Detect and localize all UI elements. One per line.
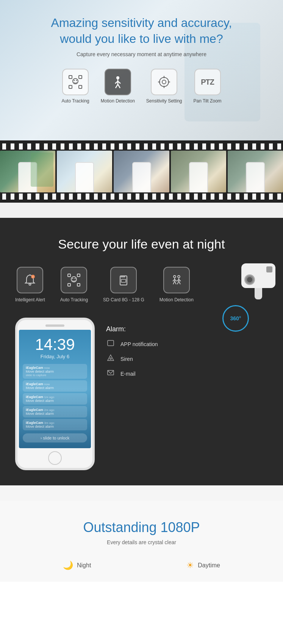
alarm-item-email: E-mail — [106, 369, 268, 378]
svg-line-46 — [177, 281, 179, 284]
phone-home-button — [48, 451, 62, 465]
filmstrip-images — [0, 151, 283, 192]
alarm-siren-label: Siren — [120, 356, 133, 362]
face-track-icon — [69, 75, 82, 89]
motion-person-icon — [111, 75, 125, 89]
motion-people-icon — [170, 274, 183, 287]
daytime-mode-item: ☀ Daytime — [186, 561, 220, 570]
notification-5: iEagleCam 3m ago Move detect alarm — [23, 419, 87, 430]
filmstrip-section — [0, 140, 283, 203]
phone-overlay-2 — [75, 162, 94, 192]
notif-app-3: iEagleCam 1m ago — [26, 395, 84, 399]
phone-date: Friday, July 6 — [23, 354, 87, 359]
svg-text:!: ! — [33, 276, 33, 278]
svg-line-47 — [179, 281, 180, 284]
spacer-2 — [0, 485, 283, 501]
svg-point-36 — [174, 276, 176, 278]
feature-auto-tracking: Auto Tracking — [61, 69, 89, 104]
notif-app-5: iEagleCam 3m ago — [26, 421, 84, 425]
svg-line-11 — [116, 84, 118, 88]
filmstrip-cell-4 — [171, 151, 226, 192]
circle-360-badge: 360° — [222, 305, 249, 332]
target-icon — [157, 75, 171, 89]
phone-slider-text: › slide to unlock — [41, 436, 69, 440]
filmstrip-cell-5 — [228, 151, 283, 192]
phone-mockup: 14:39 Friday, July 6 iEagleCam now Move … — [15, 318, 95, 470]
ptz-label: Pan Tilt Zoom — [194, 98, 222, 104]
night-section: Secure your life even at night 360° ! — [0, 218, 283, 485]
phone-overlay-3 — [132, 162, 151, 192]
svg-rect-23 — [68, 274, 70, 277]
bell-alert-icon: ! — [23, 274, 36, 287]
svg-point-42 — [178, 276, 180, 278]
svg-point-14 — [162, 80, 166, 84]
sensitivity-label: Sensitivity Setting — [146, 98, 182, 104]
svg-point-7 — [116, 76, 119, 79]
night-feature-alert: ! Intelligent Alert — [15, 267, 45, 302]
daytime-mode-label: Daytime — [198, 562, 220, 569]
notification-2: iEagleCam now Move detect alarm — [23, 380, 87, 392]
ptz-text-icon: PTZ — [201, 78, 214, 87]
notif-text-2: Move detect alarm — [26, 386, 84, 390]
filmstrip-cell-3 — [114, 151, 169, 192]
filmstrip-cell-1 — [0, 151, 55, 192]
svg-point-50 — [110, 358, 111, 359]
night-feature-tracking: Auto Tracking — [60, 267, 88, 302]
night-features-grid: ! Intelligent Alert Auto Tracking — [15, 267, 268, 302]
auto-tracking-label: Auto Tracking — [61, 98, 89, 104]
night-mode-label: Night — [77, 562, 91, 569]
notif-app-2: iEagleCam now — [26, 382, 84, 386]
phone-overlay-5 — [246, 162, 265, 192]
night-feature-motion: Motion Detection — [159, 267, 194, 302]
day-night-row: 🌙 Night ☀ Daytime — [15, 561, 268, 570]
notif-text-4: Move detect alarm — [26, 412, 84, 416]
hero-subtitle: Capture every necessary moment at anytim… — [8, 51, 275, 57]
svg-line-12 — [118, 84, 120, 88]
intelligent-alert-icon-box: ! — [17, 267, 43, 293]
camera-lens — [244, 274, 255, 285]
alarm-item-app: APP notification — [106, 339, 268, 349]
camera-mount — [255, 288, 262, 299]
night-motion-icon-box — [163, 267, 190, 293]
phone-alarm-section: 14:39 Friday, July 6 iEagleCam now Move … — [15, 318, 268, 470]
svg-rect-24 — [77, 274, 80, 277]
svg-point-28 — [72, 278, 73, 279]
night-face-track-icon — [67, 274, 80, 287]
sensitivity-icon-box — [151, 69, 177, 95]
resolution-title: Outstanding 1080P — [15, 520, 268, 535]
alarm-app-label: APP notification — [120, 341, 158, 347]
phone-overlay-4 — [189, 162, 208, 192]
email-icon — [106, 369, 115, 378]
resolution-section: Outstanding 1080P Every details are crys… — [0, 501, 283, 582]
night-feature-sdcard: SD Card 8G - 128 G — [103, 267, 144, 302]
resolution-subtitle: Every details are crystal clear — [15, 539, 268, 545]
app-notification-icon — [106, 339, 115, 349]
notif-app-1: iEagleCam now — [26, 366, 84, 370]
night-motion-label: Motion Detection — [159, 297, 194, 302]
svg-point-5 — [74, 80, 75, 81]
night-section-title: Secure your life even at night — [15, 237, 268, 252]
camera-decoration — [241, 263, 275, 299]
feature-sensitivity: Sensitivity Setting — [146, 69, 182, 104]
svg-rect-1 — [79, 76, 82, 79]
hero-section: Amazing sensitivity and accuracy, would … — [0, 0, 283, 140]
spacer-1 — [0, 203, 283, 218]
auto-tracking-icon-box — [62, 69, 89, 95]
phone-slider: › slide to unlock — [23, 433, 87, 442]
notif-app-4: iEagleCam 2m ago — [26, 408, 84, 412]
svg-rect-0 — [69, 76, 72, 79]
night-mode-item: 🌙 Night — [63, 561, 91, 570]
svg-rect-2 — [69, 85, 72, 88]
night-auto-tracking-icon-box — [61, 267, 87, 293]
hero-features-grid: Auto Tracking Motion Detection — [8, 69, 275, 104]
feature-motion-detection: Motion Detection — [101, 69, 135, 104]
svg-point-13 — [159, 77, 169, 87]
circle-360-label: 360° — [230, 315, 241, 321]
svg-line-40 — [173, 281, 175, 284]
notification-4: iEagleCam 2m ago Move detect alarm — [23, 406, 87, 417]
ptz-icon-box: PTZ — [194, 69, 221, 95]
feature-ptz: PTZ Pan Tilt Zoom — [194, 69, 222, 104]
siren-icon — [106, 354, 115, 364]
hero-title: Amazing sensitivity and accuracy, would … — [8, 15, 275, 47]
notification-1: iEagleCam now Move detect alarm slide to… — [23, 364, 87, 379]
